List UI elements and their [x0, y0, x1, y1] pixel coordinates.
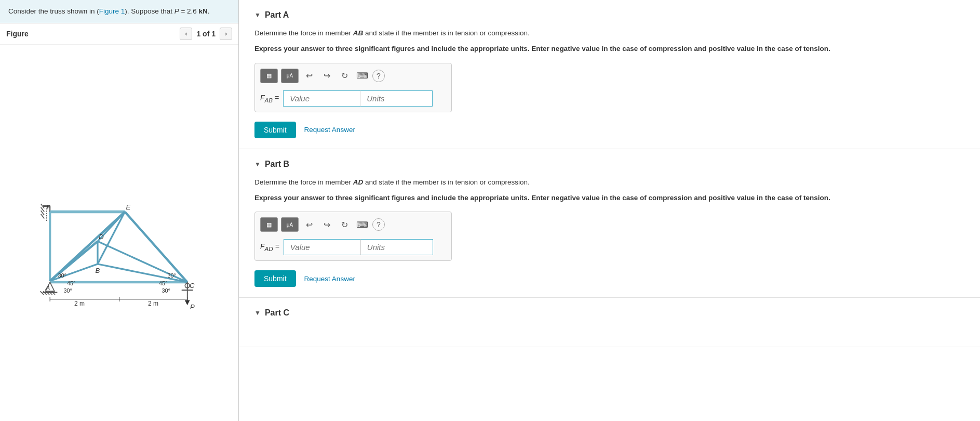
label-C: C [190, 282, 195, 290]
part-c-section: ▼ Part C [239, 298, 980, 347]
refresh-button-b[interactable]: ↻ [337, 217, 352, 232]
label-D: D [99, 233, 104, 241]
part-c-title: Part C [265, 308, 289, 318]
part-b-section: ▼ Part B Determine the force in member A… [239, 149, 980, 298]
part-b-action-row: Submit Request Answer [254, 270, 964, 287]
undo-button-a[interactable]: ↩ [302, 69, 316, 83]
mu-icon-a: μΑ [287, 73, 293, 78]
part-b-value-input[interactable] [284, 239, 360, 255]
label-E: E [126, 203, 131, 211]
figure-next-button[interactable]: › [220, 28, 232, 40]
svg-text:30°: 30° [58, 272, 66, 279]
part-a-request-answer-link[interactable]: Request Answer [304, 126, 355, 134]
part-a-description: Determine the force in member AB and sta… [254, 28, 964, 38]
part-a-label: FAB = [260, 94, 279, 103]
redo-button-a[interactable]: ↪ [319, 69, 334, 83]
figure-section: Figure ‹ 1 of 1 › [0, 23, 238, 421]
mu-tool-button-b[interactable]: μΑ [281, 217, 299, 232]
label-B: B [96, 267, 100, 275]
svg-text:2 m: 2 m [148, 300, 158, 307]
svg-text:30°: 30° [167, 272, 176, 279]
svg-text:45°: 45° [67, 281, 76, 287]
part-b-header[interactable]: ▼ Part B [254, 160, 964, 169]
grid-icon-b: ▦ [266, 221, 272, 228]
part-b-answer-row: FAD = [260, 239, 446, 255]
keyboard-button-b[interactable]: ⌨ [355, 217, 369, 232]
part-b-request-answer-link[interactable]: Request Answer [304, 275, 355, 283]
part-b-submit-button[interactable]: Submit [254, 270, 296, 287]
left-panel: Consider the truss shown in (Figure 1). … [0, 0, 239, 421]
right-panel: ▼ Part A Determine the force in member A… [239, 0, 980, 421]
grid-tool-button-b[interactable]: ▦ [260, 217, 278, 232]
svg-text:P: P [190, 304, 195, 311]
part-a-submit-button[interactable]: Submit [254, 122, 296, 138]
help-button-a[interactable]: ? [372, 70, 385, 82]
grid-tool-button-a[interactable]: ▦ [260, 69, 278, 83]
redo-button-b[interactable]: ↪ [319, 217, 334, 232]
part-b-arrow: ▼ [254, 161, 261, 168]
part-b-input-box: ▦ μΑ ↩ ↪ ↻ ⌨ ? FAD = [254, 212, 452, 261]
refresh-button-a[interactable]: ↻ [337, 69, 352, 83]
part-a-title: Part A [265, 10, 289, 20]
part-b-toolbar: ▦ μΑ ↩ ↪ ↻ ⌨ ? [260, 217, 446, 235]
figure-prev-button[interactable]: ‹ [180, 28, 192, 40]
part-a-instructions: Express your answer to three significant… [254, 44, 964, 54]
part-a-arrow: ▼ [254, 11, 261, 19]
mu-icon-b: μΑ [287, 222, 293, 228]
figure-header: Figure ‹ 1 of 1 › [0, 23, 238, 45]
figure-page: 1 of 1 [196, 30, 216, 38]
figure-link[interactable]: Figure 1 [99, 7, 125, 15]
part-b-label: FAD = [260, 242, 279, 252]
part-c-header[interactable]: ▼ Part C [254, 308, 964, 318]
figure-label: Figure [6, 30, 29, 38]
part-a-units-input[interactable] [360, 90, 433, 107]
part-a-section: ▼ Part A Determine the force in member A… [239, 0, 980, 149]
part-a-input-box: ▦ μΑ ↩ ↪ ↻ ⌨ ? FAB = [254, 63, 452, 112]
mu-tool-button-a[interactable]: μΑ [281, 69, 299, 83]
svg-rect-0 [0, 145, 238, 321]
svg-text:30°: 30° [162, 287, 170, 294]
part-a-value-input[interactable] [283, 90, 360, 107]
part-b-units-input[interactable] [360, 239, 433, 255]
figure-canvas: A B C D E F 30° 45° 30° 30° 45° 30° 2 m [0, 45, 238, 421]
figure-nav: ‹ 1 of 1 › [180, 28, 232, 40]
truss-diagram: A B C D E F 30° 45° 30° 30° 45° 30° 2 m [0, 45, 238, 421]
part-b-description: Determine the force in member AD and sta… [254, 177, 964, 188]
part-a-toolbar: ▦ μΑ ↩ ↪ ↻ ⌨ ? [260, 69, 446, 86]
grid-icon-a: ▦ [266, 72, 272, 79]
problem-statement: Consider the truss shown in (Figure 1). … [0, 0, 238, 23]
svg-text:45°: 45° [159, 281, 168, 287]
part-b-title: Part B [265, 160, 289, 169]
help-button-b[interactable]: ? [372, 218, 385, 231]
svg-text:30°: 30° [63, 287, 72, 294]
label-F: F [47, 203, 51, 211]
part-a-action-row: Submit Request Answer [254, 122, 964, 138]
part-a-answer-row: FAB = [260, 90, 446, 107]
svg-text:2 m: 2 m [74, 300, 85, 307]
part-b-instructions: Express your answer to three significant… [254, 193, 964, 203]
part-a-header[interactable]: ▼ Part A [254, 10, 964, 20]
undo-button-b[interactable]: ↩ [302, 217, 316, 232]
keyboard-button-a[interactable]: ⌨ [355, 69, 369, 83]
part-c-arrow: ▼ [254, 309, 261, 317]
